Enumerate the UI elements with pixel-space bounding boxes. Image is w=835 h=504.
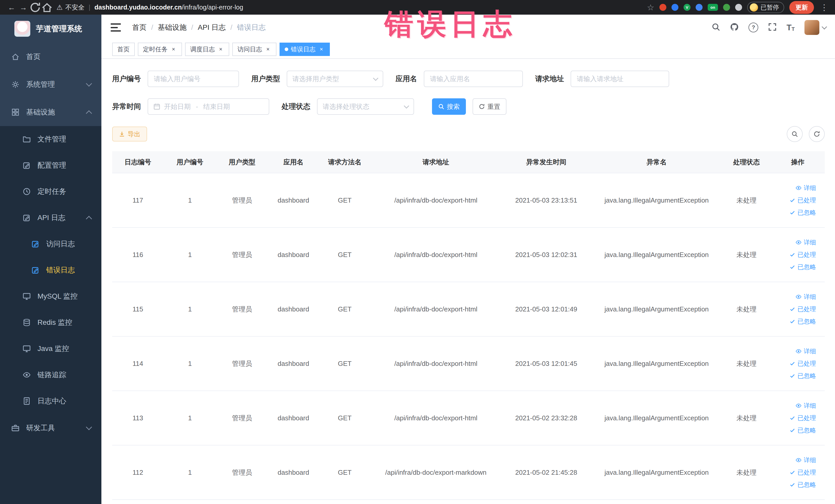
export-button[interactable]: 导出 <box>112 126 147 141</box>
extension-blue-dot[interactable] <box>672 4 678 11</box>
close-icon[interactable]: × <box>218 46 224 53</box>
fullscreen-icon[interactable] <box>768 23 777 32</box>
forward-icon[interactable]: → <box>18 2 29 13</box>
reset-button[interactable]: 重置 <box>472 98 506 115</box>
mark-ignored-link[interactable]: 已忽略 <box>789 372 816 380</box>
sidebar-item-scheduled-job[interactable]: 定时任务 <box>0 178 101 205</box>
mark-processed-link[interactable]: 已处理 <box>789 414 816 422</box>
breadcrumb-current: 错误日志 <box>237 23 266 32</box>
filter-label: 处理状态 <box>282 102 310 112</box>
mark-ignored-link[interactable]: 已忽略 <box>789 208 816 217</box>
sidebar-item-file-manage[interactable]: 文件管理 <box>0 126 101 152</box>
search-toggle-button[interactable] <box>787 126 803 142</box>
date-range-picker[interactable]: 开始日期 - 结束日期 <box>148 98 269 115</box>
sidebar-item-api-log[interactable]: API 日志 <box>0 205 101 231</box>
sidebar-item-system[interactable]: 系统管理 <box>0 70 101 98</box>
sidebar-item-redis-monitor[interactable]: Redis 监控 <box>0 309 101 336</box>
extension-gray-paw[interactable] <box>735 4 742 11</box>
mark-processed-link[interactable]: 已处理 <box>789 196 816 204</box>
filter-request-url: 请求地址 <box>535 70 669 87</box>
sidebar-item-mysql-monitor[interactable]: MySQL 监控 <box>0 283 101 309</box>
home-icon[interactable] <box>41 2 53 13</box>
col-log-id: 日志编号 <box>112 151 163 173</box>
request-url-field[interactable] <box>576 75 664 83</box>
reload-icon[interactable] <box>29 2 41 13</box>
tab-error-log[interactable]: 错误日志 × <box>280 43 330 56</box>
mark-processed-link[interactable]: 已处理 <box>789 305 816 313</box>
app-logo[interactable]: 芋道管理系统 <box>0 15 101 43</box>
process-status-select[interactable]: 请选择处理状态 <box>317 98 414 115</box>
search-icon[interactable] <box>712 23 720 32</box>
breadcrumb-home[interactable]: 首页 <box>132 23 147 32</box>
update-button[interactable]: 更新 <box>789 1 814 14</box>
detail-link[interactable]: 详细 <box>795 293 816 301</box>
mark-processed-link[interactable]: 已处理 <box>789 468 816 477</box>
mark-processed-link[interactable]: 已处理 <box>789 250 816 259</box>
avatar[interactable] <box>805 20 819 35</box>
security-status[interactable]: ⚠ 不安全 <box>57 3 84 12</box>
extension-green-v[interactable]: V <box>684 4 691 11</box>
hamburger-icon[interactable] <box>110 23 121 32</box>
detail-link[interactable]: 详细 <box>795 184 816 192</box>
address-bar[interactable]: ⚠ 不安全 | dashboard.yudao.iocoder.cn/infra… <box>57 3 647 12</box>
mark-ignored-link[interactable]: 已忽略 <box>789 317 816 326</box>
mark-processed-link[interactable]: 已处理 <box>789 360 816 368</box>
breadcrumb-api-log[interactable]: API 日志 <box>198 23 226 32</box>
extension-red-dot[interactable] <box>659 4 666 11</box>
edit-square-icon <box>22 213 31 222</box>
tab-access-log[interactable]: 访问日志 × <box>232 43 277 56</box>
mark-ignored-link[interactable]: 已忽略 <box>789 481 816 489</box>
mark-ignored-link[interactable]: 已忽略 <box>789 426 816 435</box>
sidebar-item-label: Redis 监控 <box>38 318 72 327</box>
table-header-row: 日志编号 用户编号 用户类型 应用名 请求方法名 请求地址 异常发生时间 异常名… <box>112 151 825 173</box>
close-icon[interactable]: × <box>170 46 177 53</box>
sidebar-item-link-trace[interactable]: 链路追踪 <box>0 362 101 388</box>
cell-user-id: 1 <box>163 445 217 500</box>
sidebar-item-infra[interactable]: 基础设施 <box>0 98 101 126</box>
request-url-input[interactable] <box>571 70 669 87</box>
close-icon[interactable]: × <box>265 46 271 53</box>
refresh-button[interactable] <box>809 126 825 142</box>
filter-label: 用户编号 <box>112 74 141 84</box>
search-button[interactable]: 搜索 <box>432 98 466 115</box>
mark-ignored-link[interactable]: 已忽略 <box>789 263 816 271</box>
sidebar-item-home[interactable]: 首页 <box>0 43 101 70</box>
sidebar-item-error-log[interactable]: 错误日志 <box>0 257 101 283</box>
browser-menu-icon[interactable]: ⋮ <box>819 3 829 12</box>
url-text[interactable]: dashboard.yudao.iocoder.cn/infra/log/api… <box>95 4 243 11</box>
sidebar-item-java-monitor[interactable]: Java 监控 <box>0 336 101 362</box>
detail-link[interactable]: 详细 <box>795 347 816 355</box>
user-id-field[interactable] <box>153 75 233 83</box>
detail-link[interactable]: 详细 <box>795 402 816 410</box>
table-row: 1141管理员dashboardGET/api/infra/db-doc/exp… <box>112 336 825 391</box>
app-name-field[interactable] <box>429 75 517 83</box>
detail-link[interactable]: 详细 <box>795 238 816 246</box>
app-name-input[interactable] <box>424 70 523 87</box>
paused-button[interactable]: 已暂停 <box>747 2 784 13</box>
sidebar-item-log-center[interactable]: 日志中心 <box>0 388 101 414</box>
tab-scheduled-job[interactable]: 定时任务 × <box>138 43 182 56</box>
user-id-input[interactable] <box>148 70 239 87</box>
back-icon[interactable]: ← <box>6 2 18 13</box>
user-menu[interactable] <box>805 20 826 35</box>
detail-link[interactable]: 详细 <box>795 456 816 464</box>
github-icon[interactable] <box>730 23 739 32</box>
browser-chrome: ← → ⚠ 不安全 | dashboard.yudao.iocoder.cn/i… <box>0 0 835 15</box>
extension-green-leaf[interactable] <box>723 4 730 11</box>
mark-ignored-label: 已忽略 <box>797 317 816 326</box>
tab-home[interactable]: 首页 <box>112 43 135 56</box>
sidebar-item-config-manage[interactable]: 配置管理 <box>0 152 101 178</box>
cell-user-id: 1 <box>163 336 217 391</box>
user-type-select[interactable]: 请选择用户类型 <box>287 70 383 87</box>
extension-on-badge[interactable]: on <box>708 4 718 11</box>
breadcrumb-infra[interactable]: 基础设施 <box>158 23 187 32</box>
font-size-icon[interactable]: TT <box>787 23 795 32</box>
sidebar-item-dev-tools[interactable]: 研发工具 <box>0 414 101 442</box>
help-icon[interactable]: ? <box>749 23 758 32</box>
extension-blue-grid[interactable] <box>696 4 702 11</box>
tab-dispatch-log[interactable]: 调度日志 × <box>185 43 229 56</box>
sidebar-item-access-log[interactable]: 访问日志 <box>0 231 101 257</box>
bookmark-star-icon[interactable]: ☆ <box>647 3 654 12</box>
close-icon[interactable]: × <box>318 46 325 53</box>
breadcrumb-separator: / <box>230 23 232 32</box>
